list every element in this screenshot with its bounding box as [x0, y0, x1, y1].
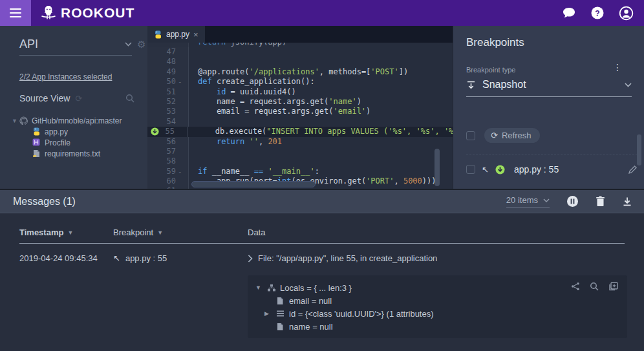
cell-data-summary[interactable]: File: "/app/app.py", line 55, in create_…: [248, 253, 437, 263]
locals-root-row[interactable]: ▼ Locals = { ... len:3 }: [255, 281, 619, 294]
refresh-label: Refresh: [502, 131, 531, 140]
account-icon[interactable]: [619, 6, 634, 21]
chevron-down-icon: [625, 83, 632, 87]
app-select[interactable]: API: [19, 37, 132, 56]
trash-icon[interactable]: [596, 196, 605, 207]
line-gutter[interactable]: 52: [147, 97, 189, 107]
line-gutter[interactable]: 47: [147, 47, 189, 57]
kebab-menu-icon[interactable]: ⋮: [613, 62, 622, 72]
line-gutter[interactable]: 56: [147, 137, 189, 147]
locals-root-label: Locals = { ... len:3 }: [280, 283, 352, 293]
tree-item-app-py[interactable]: app.py: [0, 126, 147, 137]
caret-down-icon[interactable]: ▼: [255, 284, 263, 291]
column-header-timestamp[interactable]: Timestamp▼: [19, 228, 73, 237]
select-all-checkbox[interactable]: [466, 131, 475, 140]
line-gutter[interactable]: 49: [147, 67, 189, 77]
sort-caret-icon: ▼: [67, 229, 73, 236]
breakpoint-type-select[interactable]: Snapshot: [466, 79, 632, 97]
code-line-50[interactable]: 50-def create_application():: [147, 77, 453, 87]
chat-icon[interactable]: [562, 6, 576, 19]
code-area[interactable]: return jsonify(app) 474849@app.route('/a…: [147, 43, 453, 189]
tree-item-requirements-txt[interactable]: requirements.txt: [0, 148, 147, 159]
line-gutter[interactable]: 60: [147, 176, 189, 186]
sort-caret-icon: ▼: [157, 229, 163, 236]
locals-row[interactable]: name = null: [255, 320, 619, 333]
tree-structure-icon: [267, 284, 276, 292]
items-select-value: 20 items: [506, 195, 538, 205]
search-icon[interactable]: [125, 94, 134, 103]
edit-pencil-icon[interactable]: [628, 165, 638, 175]
app-instances-link[interactable]: 2/2 App Instances selected: [19, 72, 112, 81]
breakpoint-list-item[interactable]: ↖ app.py : 55: [466, 164, 638, 175]
arrow-up-left-icon: ↖: [482, 165, 489, 175]
messages-header-bar: Messages (1) 20 items: [0, 189, 644, 213]
code-line-54[interactable]: 54: [147, 117, 453, 127]
refresh-button[interactable]: ⟳ Refresh: [484, 128, 540, 143]
code-line-57[interactable]: 57: [147, 147, 453, 156]
help-icon[interactable]: ?: [590, 6, 605, 20]
breakpoint-icon[interactable]: [151, 127, 159, 136]
procfile-icon: [32, 138, 41, 147]
line-gutter[interactable]: 48: [147, 57, 189, 67]
code-line-partial: return jsonify(app): [147, 43, 453, 47]
line-gutter[interactable]: 54: [147, 117, 189, 127]
code-line-58[interactable]: 58: [147, 156, 453, 166]
code-line-56[interactable]: 56 return '', 201: [147, 137, 453, 147]
code-line-55[interactable]: 55 db.execute("INSERT INTO apps VALUES (…: [147, 127, 453, 136]
code-line-52[interactable]: 52 name = request.args.get('name'): [147, 97, 453, 107]
line-gutter[interactable]: 50-: [147, 77, 189, 87]
refresh-icon: ⟳: [491, 131, 498, 140]
file-tree: ▼GitHub/mnoble/api:masterapp.pyProcfiler…: [0, 115, 147, 159]
code-line-51[interactable]: 51 id = uuid.uuid4(): [147, 87, 453, 97]
expand-chevron-icon[interactable]: [248, 255, 253, 262]
fold-marker[interactable]: -: [178, 77, 182, 87]
cell-timestamp: 2019-04-24 09:45:34: [19, 253, 98, 263]
tab-app-py[interactable]: app.py ×: [147, 26, 205, 43]
locals-row[interactable]: email = null: [255, 294, 619, 307]
rookout-logo[interactable]: ROOKOUT: [40, 4, 134, 22]
tree-item-github-mnoble-api-master[interactable]: ▼GitHub/mnoble/api:master: [0, 115, 147, 126]
panel-scrollbar[interactable]: [637, 134, 641, 165]
line-gutter[interactable]: 55: [147, 127, 188, 136]
code-line-47[interactable]: 47: [147, 47, 453, 57]
column-header-data[interactable]: Data: [248, 228, 265, 237]
list-icon: [276, 310, 285, 318]
line-gutter[interactable]: 53: [147, 107, 189, 116]
code-line-59[interactable]: 59-if __name__ == '__main__':: [147, 167, 453, 176]
gear-icon[interactable]: ⚙: [137, 39, 145, 50]
locals-row[interactable]: ▶id = {<class 'uuid.UUID'>} (1 attribute…: [255, 307, 619, 320]
fold-marker[interactable]: -: [178, 167, 182, 176]
sync-icon[interactable]: ⟳: [75, 94, 82, 103]
breakpoint-badge-icon: [495, 165, 505, 175]
editor-tab-bar: app.py ×: [147, 26, 453, 43]
code-line-53[interactable]: 53 email = request.args.get('email'): [147, 107, 453, 116]
code-line-48[interactable]: 48: [147, 57, 453, 67]
pause-icon[interactable]: [566, 195, 579, 207]
caret-down-icon[interactable]: ▼: [12, 118, 19, 124]
search-icon[interactable]: [590, 282, 599, 291]
breakpoint-checkbox[interactable]: [466, 165, 475, 174]
expand-icon[interactable]: [608, 282, 618, 291]
tree-item-procfile[interactable]: Procfile: [0, 137, 147, 148]
python-icon: [154, 30, 162, 39]
download-icon[interactable]: [622, 197, 632, 207]
column-header-breakpoint[interactable]: Breakpoint▼: [113, 228, 163, 237]
share-icon[interactable]: [571, 282, 580, 291]
leaf-icon: [276, 297, 285, 305]
caret-right-icon[interactable]: ▶: [264, 310, 272, 317]
menu-button[interactable]: [0, 0, 31, 26]
close-icon[interactable]: ×: [193, 30, 199, 39]
snapshot-icon: [466, 80, 476, 90]
logo-text: ROOKOUT: [61, 5, 134, 21]
table-header-divider: [19, 243, 625, 244]
vertical-scrollbar[interactable]: [435, 149, 440, 186]
breakpoint-type-value: Snapshot: [482, 79, 618, 90]
line-gutter[interactable]: 51: [147, 87, 189, 97]
horizontal-scrollbar[interactable]: [191, 181, 316, 187]
code-line-49[interactable]: 49@app.route('/applications', methods=['…: [147, 67, 453, 77]
line-gutter[interactable]: 59-: [147, 167, 189, 176]
items-per-page-select[interactable]: 20 items: [506, 195, 550, 207]
line-gutter[interactable]: 58: [147, 156, 189, 166]
line-gutter[interactable]: 57: [147, 147, 189, 156]
textfile-icon: [32, 149, 41, 158]
